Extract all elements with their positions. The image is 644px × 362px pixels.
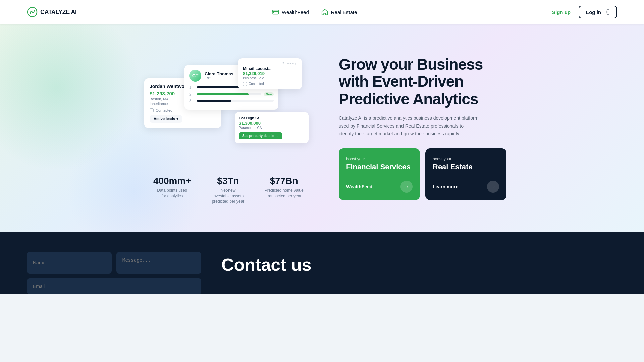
notification-card: 2 days ago Mihail Lacusta $1,329,019 Bus…: [238, 58, 302, 89]
footer: Contact us: [0, 232, 644, 294]
boost-realestate-link-row: Learn more →: [433, 181, 499, 193]
notif-checkbox: [243, 82, 247, 86]
boost-financial-link-row: WealthFeed →: [346, 181, 413, 193]
svg-rect-1: [272, 10, 278, 14]
stat1-label: Data points usedfor analytics: [144, 188, 200, 199]
hero-description: Catalyze AI is a predictive analytics bu…: [339, 114, 480, 137]
boost-realestate-title: Real Estate: [433, 163, 499, 171]
contact-form-row1: [27, 252, 201, 274]
person-name: Ciera Thomas: [205, 71, 233, 76]
stat2-label: Net-newinvestable assetspredicted per ye…: [200, 188, 256, 204]
property-address: 123 High St.: [239, 116, 305, 120]
dropdown-chevron-icon: ▾: [176, 117, 178, 121]
boost-financial-arrow-icon[interactable]: →: [400, 181, 413, 193]
nav-wealthfeed[interactable]: WealthFeed: [272, 8, 309, 16]
svg-point-2: [273, 12, 274, 13]
hero-illustration: Jordan Wentworth New $1,293,200 Boston, …: [138, 52, 319, 204]
stat2-number: $3Tn: [200, 176, 256, 186]
boost-financial-title: Financial Services: [346, 163, 413, 171]
notif-amount: $1,329,019: [243, 71, 297, 76]
notif-name: Mihail Lacusta: [243, 66, 297, 71]
realestate-icon: [321, 8, 328, 16]
stat-homevalue: $77Bn Predicted home valuetransacted per…: [256, 176, 312, 204]
navbar: CATALYZE AI WealthFeed Real Estate Sign …: [0, 0, 644, 24]
contact-email-input[interactable]: [27, 278, 201, 294]
notif-type: Business Sale: [243, 76, 297, 80]
boost-financial-link[interactable]: WealthFeed: [346, 184, 372, 189]
person-info: Ciera Thomas Edit: [205, 71, 233, 80]
wealthfeed-icon: [272, 8, 279, 16]
property-price: $1,300,000: [239, 121, 305, 126]
see-property-button[interactable]: See property details →: [239, 132, 282, 139]
hero-inner: Jordan Wentworth New $1,293,200 Boston, …: [111, 32, 533, 225]
bar-row-3: 3.: [189, 99, 274, 103]
nav-realestate[interactable]: Real Estate: [321, 8, 357, 16]
person-role: Edit: [205, 76, 233, 80]
notif-time: 2 days ago: [243, 62, 297, 65]
boost-financial-label: boost your: [346, 157, 413, 161]
boost-realestate-card[interactable]: boost your Real Estate Learn more →: [425, 148, 506, 200]
logo-text: CATALYZE AI: [40, 9, 77, 16]
stat3-label: Predicted home valuetransacted per year: [256, 188, 312, 199]
boost-cards: boost your Financial Services WealthFeed…: [339, 148, 506, 200]
contact-form: [27, 252, 201, 294]
stat-datapoints: 400mm+ Data points usedfor analytics: [144, 176, 200, 204]
cards-illustration: Jordan Wentworth New $1,293,200 Boston, …: [138, 52, 319, 166]
hero-section: Jordan Wentworth New $1,293,200 Boston, …: [0, 24, 644, 232]
hero-content: Grow your Business with Event-Driven Pre…: [339, 56, 506, 200]
property-city: Paramount, CA: [239, 126, 305, 130]
notif-contacted: Contacted: [243, 82, 297, 86]
boost-realestate-link[interactable]: Learn more: [433, 184, 458, 189]
nav-links: WealthFeed Real Estate: [272, 8, 357, 16]
stats-row: 400mm+ Data points usedfor analytics $3T…: [138, 176, 319, 204]
hero-heading: Grow your Business with Event-Driven Pre…: [339, 56, 506, 108]
property-arrow-icon: →: [276, 134, 279, 138]
contact-heading: Contact us: [221, 255, 617, 275]
logo-icon: [27, 7, 38, 17]
active-leads-button[interactable]: Active leads ▾: [150, 115, 182, 123]
boost-financial-card[interactable]: boost your Financial Services WealthFeed…: [339, 148, 420, 200]
property-card: 123 High St. $1,300,000 Paramount, CA Se…: [235, 112, 309, 143]
login-button[interactable]: Log in: [579, 6, 617, 18]
bar-row-2: 2. New: [189, 92, 274, 96]
person-avatar: CT: [189, 70, 201, 82]
logo[interactable]: CATALYZE AI: [27, 7, 77, 17]
login-icon: [604, 9, 610, 15]
boost-realestate-arrow-icon[interactable]: →: [487, 181, 499, 193]
contact-message-input[interactable]: [116, 252, 201, 274]
nav-actions: Sign up Log in: [552, 6, 617, 18]
contact-name-input[interactable]: [27, 252, 112, 274]
stat3-number: $77Bn: [256, 176, 312, 186]
stat1-number: 400mm+: [144, 176, 200, 186]
boost-realestate-label: boost your: [433, 157, 499, 161]
row2-new-badge: New: [264, 92, 274, 96]
signup-button[interactable]: Sign up: [552, 9, 571, 15]
stat-assets: $3Tn Net-newinvestable assetspredicted p…: [200, 176, 256, 204]
contacted-checkbox: [150, 108, 154, 112]
